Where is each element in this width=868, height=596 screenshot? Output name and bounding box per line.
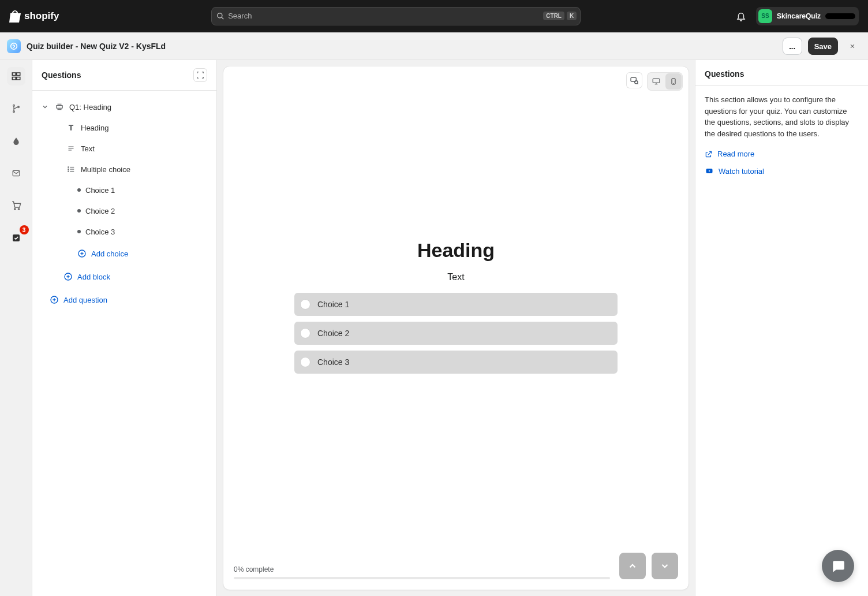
chat-icon <box>830 558 845 573</box>
close-button[interactable] <box>844 38 861 55</box>
add-choice-label: Add choice <box>91 249 128 258</box>
svg-point-2 <box>11 43 17 50</box>
search-hotkeys: CTRL K <box>543 12 577 20</box>
main: 3 Questions Q1: Heading <box>0 60 868 596</box>
bell-icon <box>736 11 746 21</box>
svg-point-13 <box>14 208 15 210</box>
tree-choice-1[interactable]: Choice 1 <box>32 180 216 200</box>
svg-point-25 <box>68 167 69 167</box>
avatar: SS <box>758 9 772 23</box>
tasks-badge: 3 <box>20 225 29 234</box>
preview-toolbar <box>626 72 683 91</box>
svg-rect-7 <box>12 77 16 80</box>
account-menu[interactable]: SS SkincareQuiz <box>756 7 859 25</box>
structure-panel-header: Questions <box>32 60 216 91</box>
settings-panel: Questions This section allows you to con… <box>695 60 868 596</box>
add-block-button[interactable]: Add block <box>32 265 216 288</box>
key-k: K <box>567 12 577 20</box>
list-type-icon <box>66 165 76 173</box>
page-title: Quiz builder - New Quiz V2 - KysFLd <box>27 42 166 51</box>
plus-circle-icon <box>63 272 73 281</box>
shopify-logo[interactable]: shopify <box>9 10 59 23</box>
tree-block-text[interactable]: Text <box>32 138 216 159</box>
read-more-label: Read more <box>717 148 754 160</box>
preview-footer: 0% complete <box>223 546 689 590</box>
watch-tutorial-link[interactable]: Watch tutorial <box>705 166 859 177</box>
key-ctrl: CTRL <box>543 12 564 20</box>
svg-point-26 <box>68 169 69 169</box>
tree-choice-2[interactable]: Choice 2 <box>32 200 216 221</box>
viewport-mobile-button[interactable] <box>665 73 682 90</box>
preview-choice-3[interactable]: Choice 3 <box>294 351 618 374</box>
viewport-toggle <box>647 72 683 91</box>
tree-block-label: Text <box>81 144 95 153</box>
structure-panel-title: Questions <box>42 70 81 80</box>
progress-label: 0% complete <box>234 565 610 573</box>
preview-body: Heading Text Choice 1 Choice 2 Choice 3 <box>223 66 689 546</box>
preview-choices: Choice 1 Choice 2 Choice 3 <box>294 293 618 374</box>
tree-block-heading[interactable]: Heading <box>32 117 216 138</box>
next-question-button[interactable] <box>652 553 678 579</box>
save-button[interactable]: Save <box>808 38 838 55</box>
settings-panel-body: This section allows you to configure the… <box>695 86 868 185</box>
settings-panel-title: Questions <box>695 60 868 86</box>
progress-bar <box>234 577 610 579</box>
settings-description: This section allows you to configure the… <box>705 94 859 139</box>
topbar-right: SS SkincareQuiz <box>733 7 859 25</box>
add-choice-button[interactable]: Add choice <box>32 242 216 265</box>
svg-line-39 <box>637 83 638 84</box>
inspect-button[interactable] <box>626 72 642 88</box>
tree-choice-label: Choice 3 <box>85 228 115 236</box>
rail-item-logic[interactable] <box>7 99 25 118</box>
preview-canvas: Heading Text Choice 1 Choice 2 Choice 3 <box>223 66 689 590</box>
tree-block-multiple-choice[interactable]: Multiple choice <box>32 159 216 180</box>
add-question-label: Add question <box>63 296 107 304</box>
mail-icon <box>12 169 21 177</box>
notifications-button[interactable] <box>733 8 749 24</box>
viewport-desktop-button[interactable] <box>648 73 664 90</box>
layout-icon <box>11 71 21 81</box>
radio-icon <box>300 328 310 338</box>
radio-icon <box>300 299 310 310</box>
rail-item-email[interactable] <box>7 164 25 182</box>
plus-circle-icon <box>77 249 87 258</box>
preview-area: Heading Text Choice 1 Choice 2 Choice 3 <box>217 60 695 596</box>
app-header: Quiz builder - New Quiz V2 - KysFLd ... … <box>0 32 868 60</box>
brand-text: shopify <box>24 10 59 22</box>
rail-item-tasks[interactable]: 3 <box>7 229 25 247</box>
more-button[interactable]: ... <box>783 38 802 55</box>
prev-question-button[interactable] <box>619 553 646 579</box>
read-more-link[interactable]: Read more <box>705 148 859 160</box>
text-type-icon <box>66 145 76 152</box>
add-question-button[interactable]: Add question <box>32 288 216 311</box>
preview-choice-2[interactable]: Choice 2 <box>294 322 618 345</box>
svg-line-1 <box>222 17 224 19</box>
structure-panel: Questions Q1: Heading Heading <box>32 60 217 596</box>
tree-question-1[interactable]: Q1: Heading <box>32 96 216 117</box>
account-name: SkincareQuiz <box>777 12 821 20</box>
svg-rect-6 <box>16 73 20 76</box>
rail-item-products[interactable] <box>7 196 25 215</box>
tree-choice-3[interactable]: Choice 3 <box>32 221 216 242</box>
chevron-down-icon <box>40 103 50 110</box>
panel-action-button[interactable] <box>193 68 207 82</box>
svg-point-27 <box>68 171 69 172</box>
preview-nav <box>619 553 678 579</box>
svg-rect-5 <box>12 73 16 76</box>
rail-item-sections[interactable] <box>7 67 25 85</box>
mobile-icon <box>670 77 677 86</box>
chat-button[interactable] <box>822 550 854 582</box>
preview-choice-1[interactable]: Choice 1 <box>294 293 618 316</box>
svg-rect-8 <box>16 77 20 80</box>
tree-block-label: Heading <box>81 124 108 132</box>
svg-point-11 <box>17 106 19 108</box>
bullet-icon <box>77 230 81 233</box>
svg-rect-15 <box>13 234 20 241</box>
search-input[interactable]: Search CTRL K <box>211 7 581 25</box>
svg-rect-16 <box>57 106 63 109</box>
close-icon <box>850 42 855 51</box>
svg-point-10 <box>13 111 14 113</box>
expand-icon <box>196 71 204 79</box>
rail-item-design[interactable] <box>7 132 25 150</box>
preview-choice-label: Choice 1 <box>317 300 349 309</box>
